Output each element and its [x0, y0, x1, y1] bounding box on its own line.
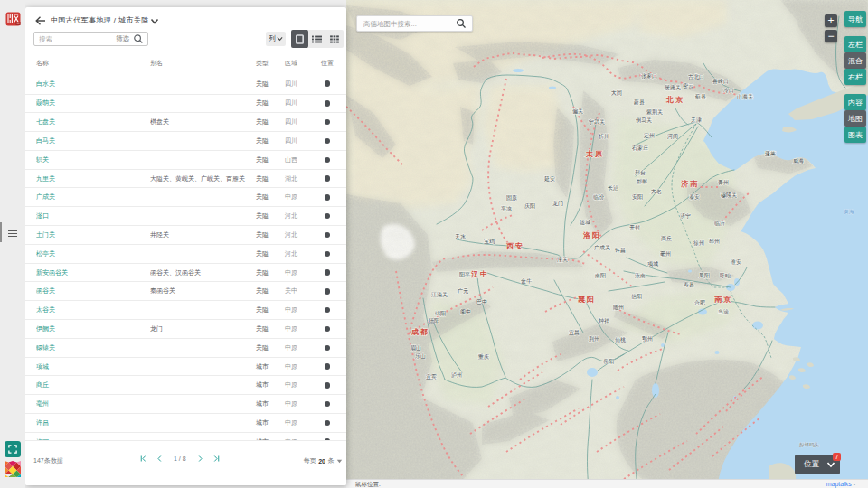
side-button-内容[interactable]: 内容 [844, 94, 866, 110]
menu-icon[interactable] [8, 230, 17, 238]
cell-location[interactable] [319, 119, 335, 126]
cell-name[interactable]: 七盘关 [36, 117, 150, 127]
next-page-button[interactable] [196, 455, 204, 463]
location-dot-icon[interactable] [325, 401, 331, 408]
side-button-左栏[interactable]: 左栏 [844, 36, 866, 52]
cell-location[interactable] [319, 232, 335, 239]
cell-location[interactable] [319, 307, 335, 314]
zoom-in-button[interactable]: + [825, 14, 837, 27]
breadcrumb-text[interactable]: 中国古代军事地理 / 城市关隘 [51, 15, 149, 25]
table-row[interactable]: 商丘城市中原 [25, 376, 346, 395]
cell-name[interactable]: 轘辕关 [36, 343, 150, 352]
cell-location[interactable] [319, 213, 335, 220]
prev-page-button[interactable] [156, 455, 164, 463]
view-grid-button[interactable] [326, 30, 344, 48]
location-dot-icon[interactable] [325, 213, 331, 220]
map-pane[interactable]: 张家口古北口喜峰口冷口山海关密云居庸关蓟县大同蔚县紫荆关倒马关偏关宁武关忻州天津… [346, 0, 868, 479]
cell-name[interactable]: 轵关 [36, 155, 150, 164]
location-dot-icon[interactable] [325, 232, 331, 239]
table-row[interactable]: 伊阙关龙门关隘中原 [25, 320, 346, 339]
breadcrumb-chevron-down-icon[interactable] [150, 18, 159, 25]
search-input[interactable] [34, 35, 116, 43]
view-list-button[interactable] [308, 30, 326, 48]
app-logo-seal-icon[interactable] [5, 12, 21, 26]
map-search-icon[interactable] [456, 18, 467, 29]
cell-location[interactable] [319, 345, 335, 352]
page-size-select[interactable]: 每页 20 条 [304, 456, 343, 465]
side-button-右栏[interactable]: 右栏 [844, 69, 866, 85]
view-card-button[interactable] [291, 30, 308, 48]
cell-location[interactable] [319, 269, 335, 276]
cell-location[interactable] [319, 363, 335, 370]
table-row[interactable]: 函谷关秦函谷关关隘关中 [25, 282, 346, 301]
first-page-button[interactable] [139, 455, 147, 463]
location-dot-icon[interactable] [325, 288, 331, 295]
cell-name[interactable]: 广成关 [36, 192, 150, 202]
location-dot-icon[interactable] [325, 175, 331, 182]
table-row[interactable]: 轘辕关关隘中原 [25, 339, 346, 358]
side-button-图表[interactable]: 图表 [844, 127, 866, 143]
cell-location[interactable] [319, 175, 335, 182]
table-row[interactable]: 松亭关关隘河北 [25, 245, 346, 264]
cell-location[interactable] [319, 401, 335, 408]
cell-location[interactable] [319, 288, 335, 295]
cell-name[interactable]: 松亭关 [36, 249, 150, 258]
table-row[interactable]: 滏口关隘河北 [25, 207, 346, 226]
drawer-handle[interactable] [0, 222, 2, 242]
location-dot-icon[interactable] [325, 100, 331, 107]
cell-location[interactable] [319, 420, 335, 427]
table-row[interactable]: 许昌城市中原 [25, 414, 346, 433]
zoom-out-button[interactable]: − [825, 30, 837, 42]
location-dot-icon[interactable] [325, 326, 331, 333]
cell-name[interactable]: 白马关 [36, 136, 150, 145]
maptalks-link[interactable]: maptalks [826, 481, 852, 487]
table-row[interactable]: 新安函谷关函谷关、汉函谷关关隘中原 [25, 264, 346, 283]
table-row[interactable]: 九里关大隘关、黄岘关、广岘关、百雁关关隘湖北 [25, 170, 346, 189]
cell-name[interactable]: 伊阙关 [36, 324, 150, 333]
cell-location[interactable] [319, 251, 335, 258]
last-page-button[interactable] [212, 455, 221, 463]
table-row[interactable]: 七盘关棋盘关关隘四川 [25, 113, 346, 132]
cell-location[interactable] [319, 80, 335, 87]
location-dot-icon[interactable] [325, 119, 331, 126]
location-dot-icon[interactable] [325, 382, 331, 389]
cell-name[interactable]: 项城 [36, 362, 150, 371]
table-row[interactable]: 土门关井陉关关隘河北 [25, 226, 346, 245]
cell-name[interactable]: 白水关 [36, 80, 150, 89]
cell-name[interactable]: 太谷关 [36, 305, 150, 314]
cell-name[interactable]: 土门关 [36, 230, 150, 239]
brand-mosaic-logo[interactable] [5, 461, 21, 477]
location-dot-icon[interactable] [325, 363, 331, 370]
table-row[interactable]: 白马关关隘四川 [25, 132, 346, 151]
cell-name[interactable]: 滏口 [36, 211, 150, 221]
table-row[interactable]: 项城城市中原 [25, 358, 346, 377]
cell-location[interactable] [319, 194, 335, 201]
cell-location[interactable] [319, 138, 335, 145]
location-dot-icon[interactable] [325, 420, 331, 427]
location-dot-icon[interactable] [325, 251, 331, 258]
map-search-input[interactable] [357, 20, 456, 28]
cell-name[interactable]: 九里关 [36, 174, 150, 183]
cell-name[interactable]: 许昌 [36, 418, 150, 427]
side-button-地图[interactable]: 地图 [844, 110, 866, 127]
side-button-导航[interactable]: 导航 [844, 11, 866, 27]
cell-location[interactable] [319, 157, 335, 164]
table-row[interactable]: 白水关关隘四川 [25, 74, 346, 95]
columns-dropdown-button[interactable]: 列 [266, 32, 286, 46]
table-row[interactable]: 亳州城市中原 [25, 395, 346, 414]
filter-link[interactable]: 筛选 [116, 34, 129, 43]
cell-location[interactable] [319, 100, 335, 107]
table-row[interactable]: 葭萌关关隘四川 [25, 95, 346, 114]
location-dot-icon[interactable] [325, 157, 331, 164]
cell-location[interactable] [319, 326, 335, 333]
location-dot-icon[interactable] [325, 138, 331, 145]
side-button-混合[interactable]: 混合 [844, 52, 866, 69]
table-row[interactable]: 广成关关隘中原 [25, 188, 346, 207]
table-row[interactable]: 太谷关关隘中原 [25, 301, 346, 320]
cell-name[interactable]: 新安函谷关 [36, 268, 150, 277]
cell-name[interactable]: 亳州 [36, 399, 150, 408]
table-row[interactable]: 轵关关隘山西 [25, 151, 346, 170]
location-dot-icon[interactable] [325, 307, 331, 314]
search-icon[interactable] [132, 33, 145, 44]
fullscreen-button[interactable] [5, 441, 21, 457]
